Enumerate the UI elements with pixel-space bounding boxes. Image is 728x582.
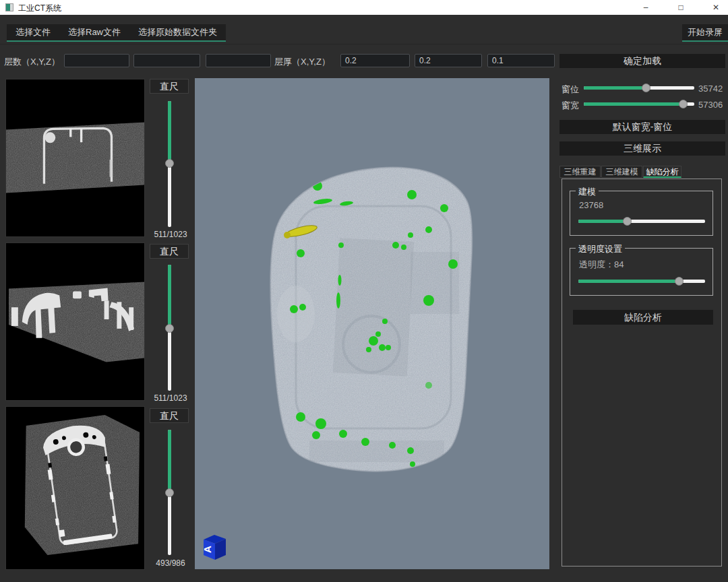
ct-slice-image — [6, 407, 144, 569]
slider-fill — [578, 220, 628, 223]
slice-slider-2[interactable] — [165, 265, 175, 391]
window-level-slider[interactable] — [584, 84, 694, 92]
slice-slider-3[interactable] — [165, 430, 175, 555]
window-width-slider[interactable] — [584, 100, 694, 108]
slider-fill — [168, 101, 171, 163]
tab-3d-modeling[interactable]: 三维建模 — [601, 166, 642, 178]
ct-slice-view-xz — [5, 243, 145, 401]
window-width-label: 窗宽 — [562, 100, 579, 112]
thickness-z-input[interactable] — [487, 54, 555, 67]
modeling-slider[interactable] — [578, 217, 705, 226]
ct-slice-view-yz — [5, 406, 145, 570]
slider-knob[interactable] — [165, 324, 174, 333]
slider-knob[interactable] — [675, 277, 684, 286]
slider-fill — [168, 430, 171, 492]
slider-knob[interactable] — [623, 217, 632, 226]
thickness-label: 层厚（X,Y,Z） — [274, 56, 330, 68]
ruler-button-2[interactable]: 直尺 — [150, 244, 189, 259]
slider-knob[interactable] — [165, 159, 174, 168]
slice-slider-1[interactable] — [165, 101, 175, 227]
toolbar: 选择文件 选择Raw文件 选择原始数据文件夹 开始录屏 — [0, 15, 728, 44]
defect-analysis-button[interactable]: 缺陷分析 — [573, 310, 713, 325]
orientation-cube-icon[interactable]: A — [199, 531, 229, 561]
show-3d-button[interactable]: 三维展示 — [559, 141, 725, 156]
titlebar: 工业CT系统 – □ ✕ — [0, 0, 728, 15]
ct-slice-image — [6, 243, 144, 400]
open-raw-button[interactable]: 选择Raw文件 — [59, 24, 129, 40]
volume-rendering — [195, 78, 549, 569]
layers-label: 层数（X,Y,Z） — [4, 56, 60, 68]
window-level-label: 窗位 — [562, 84, 579, 96]
opacity-slider[interactable] — [578, 277, 705, 286]
modeling-group-title: 建模 — [576, 186, 599, 198]
render-3d-view[interactable]: A — [195, 78, 549, 569]
slider-knob[interactable] — [165, 488, 174, 497]
open-folder-button[interactable]: 选择原始数据文件夹 — [129, 24, 226, 40]
slider-fill — [578, 280, 679, 283]
modeling-group: 建模 23768 — [570, 191, 713, 236]
defect-analysis-panel — [562, 179, 722, 567]
layers-z-input[interactable] — [206, 54, 271, 67]
opacity-value: 透明度：84 — [579, 259, 624, 271]
thickness-y-input[interactable] — [415, 54, 482, 67]
window-width-value: 57306 — [698, 100, 723, 110]
slider-fill — [584, 86, 646, 90]
window-title: 工业CT系统 — [18, 3, 61, 14]
ruler-button-1[interactable]: 直尺 — [150, 79, 189, 94]
tab-defect-analysis[interactable]: 缺陷分析 — [643, 166, 681, 178]
window-level-value: 35742 — [698, 84, 723, 94]
slider-fill — [584, 102, 684, 106]
open-file-button[interactable]: 选择文件 — [7, 24, 59, 40]
layers-x-input[interactable] — [64, 54, 129, 67]
tab-3d-reconstruction[interactable]: 三维重建 — [559, 166, 601, 178]
maximize-button[interactable]: □ — [669, 0, 693, 15]
layers-y-input[interactable] — [133, 54, 200, 67]
load-button[interactable]: 确定加载 — [559, 54, 725, 68]
ct-slice-view-xy — [5, 79, 145, 237]
start-record-button[interactable]: 开始录屏 — [682, 24, 728, 42]
app-icon — [5, 3, 13, 11]
opacity-group: 透明度设置 透明度：84 — [570, 248, 713, 296]
slice-position-1: 511/1023 — [147, 230, 194, 239]
ruler-button-3[interactable]: 直尺 — [150, 408, 189, 423]
thickness-x-input[interactable] — [340, 54, 410, 67]
slider-knob[interactable] — [642, 84, 650, 92]
default-window-button[interactable]: 默认窗宽-窗位 — [559, 120, 725, 134]
cube-letter: A — [202, 546, 213, 553]
ct-slice-image — [6, 79, 144, 236]
opacity-group-title: 透明度设置 — [576, 243, 625, 255]
file-button-group: 选择文件 选择Raw文件 选择原始数据文件夹 — [7, 24, 226, 42]
slider-knob[interactable] — [679, 100, 688, 108]
modeling-value: 23768 — [579, 200, 603, 210]
slice-position-2: 511/1023 — [147, 393, 194, 403]
slider-fill — [168, 265, 171, 328]
close-button[interactable]: ✕ — [704, 0, 728, 15]
minimize-button[interactable]: – — [634, 0, 658, 15]
slice-position-3: 493/986 — [147, 558, 194, 568]
